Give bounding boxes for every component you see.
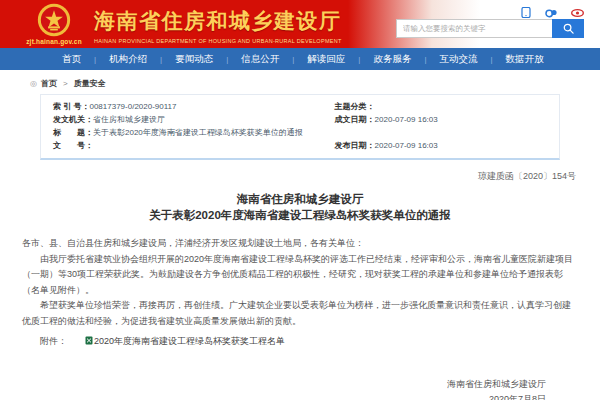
site-title-block: 海南省住房和城乡建设厅 HAINAN PROVINCIAL DEPARTMENT… — [94, 7, 342, 44]
meta-row-publish-date: 发布日期： 2020-07-09 16:03 — [335, 139, 547, 152]
document-content: 琼建质函〔2020〕154号 海南省住房和城乡建设厅 关于表彰2020年度海南省… — [0, 170, 600, 400]
header-tools — [396, 4, 584, 38]
nav-separator: | — [424, 55, 426, 64]
meta-row-written-date: 成文日期： 2020-07-09 16:03 — [335, 113, 547, 126]
meta-row-index-number: 索 引 号： 00817379-0/2020-90117 — [53, 100, 335, 113]
official-doc-number: 琼建质函〔2020〕154号 — [22, 170, 576, 183]
meta-row-title: 标 题： 关于表彰2020年度海南省建设工程绿岛杯奖获奖单位的通报 — [53, 126, 335, 139]
site-header: zjt.hainan.gov.cn 海南省住房和城乡建设厅 HAINAN PRO… — [0, 0, 600, 48]
site-title: 海南省住房和城乡建设厅 — [94, 7, 342, 35]
nav-separator: | — [94, 55, 96, 64]
meta-label: 发布日期： — [335, 139, 375, 152]
search-bar — [396, 19, 584, 38]
site-url: zjt.hainan.gov.cn — [24, 38, 84, 45]
breadcrumb-current: 质量安全 — [74, 78, 106, 89]
salutation-paragraph: 各市、县、自治县住房和城乡建设局，洋浦经济开发区规划建设土地局，各有关单位： — [22, 236, 578, 252]
meta-label: 成文日期： — [335, 113, 375, 126]
document-title-line2: 关于表彰2020年度海南省建设工程绿岛杯奖获奖单位的通报 — [22, 207, 578, 223]
meta-row-topic-category: 主题分类： — [335, 100, 547, 113]
signature-org: 海南省住房和城乡建设厅 — [22, 377, 546, 392]
nav-item-open-data[interactable]: 数据开放 — [506, 53, 544, 66]
document-title-line1: 海南省住房和城乡建设厅 — [22, 191, 578, 207]
meta-label: 主题分类： — [335, 100, 375, 113]
meta-label: 发文机关： — [53, 113, 93, 126]
national-emblem-icon — [37, 3, 71, 37]
meta-value: 省住房和城乡建设厅 — [93, 113, 165, 126]
attachment-line: 附件：2020年度海南省建设工程绿岛杯奖获奖工程名单 — [22, 334, 578, 351]
signature-block: 海南省住房和城乡建设厅 2020年7月8日 — [22, 377, 578, 400]
attachment-link[interactable]: 2020年度海南省建设工程绿岛杯奖获奖工程名单 — [94, 336, 285, 346]
document-body: 各市、县、自治县住房和城乡建设局，洋浦经济开发区规划建设土地局，各有关单位： 由… — [22, 236, 578, 351]
nav-item-info-disclosure[interactable]: 信息公开 — [241, 53, 279, 66]
document-title: 海南省住房和城乡建设厅 关于表彰2020年度海南省建设工程绿岛杯奖获奖单位的通报 — [22, 191, 578, 223]
nav-separator: | — [226, 55, 228, 64]
excel-file-icon — [67, 335, 93, 351]
meta-value: 00817379-0/2020-90117 — [89, 100, 176, 113]
nav-item-news[interactable]: 要闻动态 — [175, 53, 213, 66]
main-nav: 首页 | 机构介绍 | 要闻动态 | 信息公开 | 解读回应 | 政务服务 | … — [0, 48, 600, 70]
breadcrumb: ◎ 首页 > 质量安全 — [30, 78, 600, 89]
nav-item-gov-services[interactable]: 政务服务 — [373, 53, 411, 66]
meta-value: 关于表彰2020年度海南省建设工程绿岛杯奖获奖单位的通报 — [93, 126, 303, 139]
attachment-label: 附件： — [40, 336, 67, 346]
signature-date: 2020年7月8日 — [22, 392, 546, 400]
nav-separator: | — [358, 55, 360, 64]
meta-label: 文 号： — [53, 139, 93, 152]
nav-item-about[interactable]: 机构介绍 — [109, 53, 147, 66]
meta-row-doc-number: 文 号： — [53, 139, 335, 152]
site-title-english: HAINAN PROVINCIAL DEPARTMENT OF HOUSING … — [94, 38, 342, 44]
meta-value: 2020-07-09 16:03 — [375, 113, 438, 126]
body-paragraph: 希望获奖单位珍惜荣誉，再接再厉，再创佳绩。广大建筑企业要以受表彰单位为榜样，进一… — [22, 298, 578, 329]
search-icon — [563, 23, 574, 34]
breadcrumb-home[interactable]: 首页 — [41, 78, 57, 89]
meta-value: 2020-07-09 16:03 — [375, 139, 438, 152]
meta-label: 标 题： — [53, 126, 93, 139]
meta-column-right: 主题分类： 成文日期： 2020-07-09 16:03 发布日期： 2020-… — [335, 100, 547, 152]
nav-item-home[interactable]: 首页 — [62, 53, 81, 66]
search-input[interactable] — [396, 19, 552, 38]
quick-icons — [396, 4, 584, 17]
nav-item-interpretation[interactable]: 解读回应 — [307, 53, 345, 66]
document-meta-table: 索 引 号： 00817379-0/2020-90117 发文机关： 省住房和城… — [40, 94, 560, 160]
meta-label: 索 引 号： — [53, 100, 89, 113]
breadcrumb-separator: > — [63, 79, 68, 88]
breadcrumb-marker-icon: ◎ — [30, 79, 37, 88]
nav-item-interaction[interactable]: 互动交流 — [439, 53, 477, 66]
nav-separator: | — [292, 55, 294, 64]
nav-separator: | — [160, 55, 162, 64]
nav-separator: | — [490, 55, 492, 64]
search-button[interactable] — [552, 19, 584, 38]
site-logo[interactable]: zjt.hainan.gov.cn — [24, 3, 84, 45]
meta-row-issuing-agency: 发文机关： 省住房和城乡建设厅 — [53, 113, 335, 126]
body-paragraph: 由我厅委托省建筑业协会组织开展的2020年度海南省建设工程绿岛杯奖的评选工作已经… — [22, 252, 578, 299]
meta-column-left: 索 引 号： 00817379-0/2020-90117 发文机关： 省住房和城… — [53, 100, 335, 152]
